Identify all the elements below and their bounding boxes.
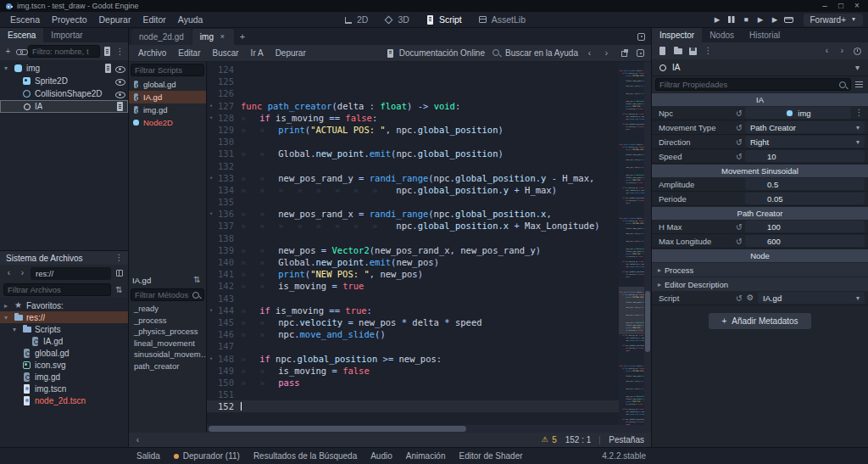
fold-toggle-icon[interactable]: ▾ <box>207 112 215 124</box>
pause-icon[interactable] <box>726 14 737 25</box>
movie-icon[interactable] <box>783 14 794 25</box>
code-line-144[interactable]: ▾144»if is_moving == true: <box>207 305 619 316</box>
code-line-136[interactable]: ▾136»»new_pos_rand_x = randi_range(npc.g… <box>207 208 619 220</box>
code-line-146[interactable]: 146»»npc.move_and_slide() <box>207 328 619 340</box>
code-text[interactable]: »»new_pos_rand_x = randi_range(npc.globa… <box>241 208 619 220</box>
property-editor-number[interactable]: 100 <box>745 221 865 232</box>
revert-icon[interactable]: ↺ <box>733 293 745 303</box>
indent-type-button[interactable]: Pestañas <box>609 435 644 444</box>
code-text[interactable]: »if npc.global_position >= new_pos: <box>241 353 619 365</box>
code-text[interactable]: func path_creator(delta : float) -> void… <box>241 100 619 112</box>
script-item-node2d[interactable]: Node2D <box>129 116 206 129</box>
vertical-scrollbar[interactable] <box>644 62 651 425</box>
inspector-tab-inspector[interactable]: Inspector <box>652 28 702 42</box>
distraction-icon[interactable] <box>636 31 647 42</box>
sort-icon[interactable]: ⇅ <box>192 275 203 286</box>
bottom-tab-salida[interactable]: Salida <box>130 448 167 464</box>
code-text[interactable]: »»is_moving = false <box>241 365 619 377</box>
code-line-134[interactable]: 134»»»»»»»» npc.global_position.y + H_ma… <box>207 184 619 196</box>
add-icon[interactable]: + <box>3 46 14 57</box>
method-process[interactable]: _process <box>129 314 206 326</box>
property-group-process[interactable]: ▸Process <box>652 263 868 277</box>
code-line-148[interactable]: ▾148»if npc.global_position >= new_pos: <box>207 353 619 365</box>
property-editor-number[interactable]: 0.05 <box>745 193 865 204</box>
scene-tab-node-2d-gd[interactable]: node_2d.gd <box>131 29 192 45</box>
forward-icon[interactable]: › <box>601 48 612 59</box>
tree-item-sprite2d[interactable]: Sprite2D <box>0 75 128 87</box>
code-line-147[interactable]: 147 <box>207 340 619 352</box>
tree-item-global-gd[interactable]: global.gd <box>0 347 128 359</box>
tree-item-scripts[interactable]: ▾Scripts <box>0 323 128 335</box>
code-line-140[interactable]: 140»»Global.new_point.emit(new_pos) <box>207 256 619 268</box>
method-lineal-movement[interactable]: lineal_movement <box>129 337 206 349</box>
code-line-139[interactable]: 139»»new_pos = Vector2(new_pos_rand_x, n… <box>207 244 619 256</box>
fold-toggle-icon[interactable]: ▾ <box>207 208 215 220</box>
code-text[interactable]: »if is_moving == false: <box>241 112 619 124</box>
scripts-filter[interactable] <box>131 64 204 76</box>
eye-icon[interactable] <box>114 88 125 99</box>
add-metadata-button[interactable]: +Añadir Metadatos <box>709 313 810 329</box>
stop-icon[interactable]: ■ <box>740 14 751 25</box>
code-line-143[interactable]: 143 <box>207 293 619 305</box>
history-icon[interactable] <box>852 46 863 57</box>
more-icon[interactable]: ⋮ <box>854 108 865 119</box>
methods-filter-input[interactable] <box>135 290 189 299</box>
script-menu-editar[interactable]: Editar <box>172 48 206 58</box>
code-text[interactable] <box>241 75 619 87</box>
revert-icon[interactable]: ↺ <box>733 152 745 161</box>
fold-toggle-icon[interactable]: ▾ <box>207 100 215 112</box>
code-line-130[interactable]: 130 <box>207 136 619 148</box>
more-icon[interactable]: ⋮ <box>703 46 714 57</box>
revert-icon[interactable]: ↺ <box>733 109 745 118</box>
property-editor-number[interactable]: 0.5 <box>745 178 865 190</box>
code-line-151[interactable]: 151 <box>207 389 619 400</box>
code-text[interactable]: »»new_pos = Vector2(new_pos_rand_x, new_… <box>241 244 619 256</box>
menu-escena[interactable]: Escena <box>4 14 46 25</box>
menu-ayuda[interactable]: Ayuda <box>172 14 209 25</box>
code-text[interactable]: »»»»»»»» npc.global_position.y + H_max) <box>241 184 619 196</box>
fold-toggle-icon[interactable]: ▾ <box>207 172 215 184</box>
code-text[interactable] <box>241 196 619 208</box>
split-view-icon[interactable] <box>114 268 125 279</box>
code-text[interactable]: »»Global.new_point.emit(npc.global_posit… <box>241 148 619 159</box>
code-line-128[interactable]: ▾128»if is_moving == false: <box>207 112 619 124</box>
revert-icon[interactable]: ↺ <box>733 222 745 232</box>
code-text[interactable]: »»print("ACTUAL POS: ", npc.global_posit… <box>241 124 619 136</box>
code-editor[interactable]: 124125126▾127func path_creator(delta : f… <box>207 62 651 425</box>
tree-item-icon-svg[interactable]: icon.svg <box>0 359 128 371</box>
code-text[interactable]: »»new_pos_rand_y = randi_range(npc.globa… <box>241 172 619 184</box>
back-icon[interactable]: ‹ <box>821 46 832 57</box>
code-line-129[interactable]: 129»»print("ACTUAL POS: ", npc.global_po… <box>207 124 619 136</box>
method-physics-process[interactable]: _physics_process <box>129 326 206 338</box>
code-line-141[interactable]: 141»»print("NEW POS: ", new_pos) <box>207 268 619 280</box>
code-text[interactable] <box>241 293 619 305</box>
horizontal-scrollbar-thumb[interactable] <box>209 426 466 432</box>
bottom-tab-resultados-de-la-b-squeda[interactable]: Resultados de la Búsqueda <box>247 448 364 464</box>
property-editor-select[interactable]: Path Creator▾ <box>745 121 865 133</box>
code-line-137[interactable]: 137»»»»»»»» npc.global_position.x + Max_… <box>207 220 619 232</box>
expand-down-arrow-icon[interactable]: ▾ <box>2 314 10 321</box>
bottom-tab-depurador-11[interactable]: Depurador (11) <box>167 448 247 464</box>
revert-icon[interactable]: ↺ <box>733 123 745 132</box>
code-line-149[interactable]: 149»»is_moving = false <box>207 365 619 377</box>
script-menu-ir-a[interactable]: Ir A <box>245 48 270 58</box>
properties-filter[interactable] <box>655 78 851 91</box>
dock-tab-escena[interactable]: Escena <box>0 28 43 42</box>
script-icon[interactable] <box>114 101 125 112</box>
revert-icon[interactable]: ↺ <box>733 137 745 147</box>
script-icon[interactable] <box>102 46 113 57</box>
vertical-scrollbar-thumb[interactable] <box>645 291 650 352</box>
link-icon[interactable] <box>15 46 26 57</box>
renderer-select[interactable]: Forward+▾ <box>804 14 863 26</box>
tree-item-node-2d-tscn[interactable]: node_2d.tscn <box>0 394 128 406</box>
code-line-145[interactable]: 145»»npc.velocity = new_pos * delta * sp… <box>207 316 619 328</box>
code-line-150[interactable]: 150»»pass <box>207 377 619 389</box>
close-icon[interactable]: × <box>853 2 861 10</box>
method-sinusoidal-movem[interactable]: sinusoidal_movem… <box>129 349 206 361</box>
code-text[interactable]: »»npc.velocity = new_pos * delta * speed <box>241 316 619 328</box>
code-text[interactable] <box>241 389 619 400</box>
distraction-icon[interactable] <box>635 48 646 59</box>
script-icon[interactable] <box>103 63 114 74</box>
play-custom-icon[interactable]: ▶ <box>769 14 780 25</box>
dock-tab-importar[interactable]: Importar <box>43 28 90 42</box>
